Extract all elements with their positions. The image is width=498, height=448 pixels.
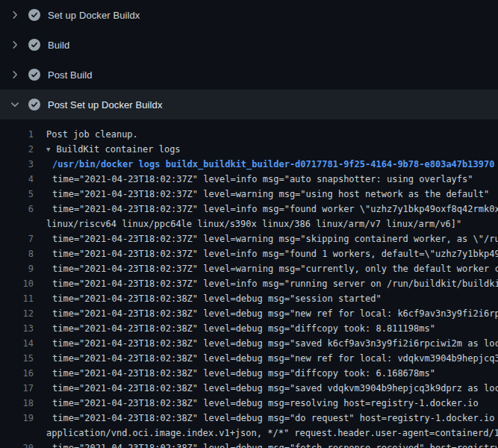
group-expanded-triangle-icon[interactable]: ▼ xyxy=(46,142,50,157)
log-command-text: /usr/bin/docker logs buildx_buildkit_bui… xyxy=(46,157,494,172)
log-line: 16time="2021-04-23T18:02:38Z" level=debu… xyxy=(0,366,498,381)
log-line-number[interactable]: 19 xyxy=(0,411,34,426)
log-line-text: ▼BuildKit container logs xyxy=(46,142,181,157)
group-label: BuildKit container logs xyxy=(56,144,180,155)
log-line-number[interactable]: 14 xyxy=(0,336,34,351)
log-line-text: time="2021-04-23T18:02:37Z" level=info m… xyxy=(46,172,473,187)
log-line: 3/usr/bin/docker logs buildx_buildkit_bu… xyxy=(0,157,498,172)
log-line: 14time="2021-04-23T18:02:38Z" level=debu… xyxy=(0,336,498,351)
log-line: 1Post job cleanup. xyxy=(0,127,498,142)
log-line-text: linux/riscv64 linux/ppc64le linux/s390x … xyxy=(46,217,461,231)
log-line-number[interactable]: 7 xyxy=(0,231,34,246)
log-line-number[interactable]: 5 xyxy=(0,187,34,202)
log-line-text: time="2021-04-23T18:02:38Z" level=debug … xyxy=(46,366,435,381)
log-line-number[interactable]: 1 xyxy=(0,127,34,142)
log-line: linux/riscv64 linux/ppc64le linux/s390x … xyxy=(0,217,498,231)
step-header-build[interactable]: Build xyxy=(0,30,498,60)
chevron-right-icon xyxy=(9,39,21,51)
log-line-text: time="2021-04-23T18:02:38Z" level=debug … xyxy=(46,306,498,321)
chevron-down-icon xyxy=(9,99,21,111)
log-line-text: time="2021-04-23T18:02:38Z" level=debug … xyxy=(46,321,435,336)
log-line: 19time="2021-04-23T18:02:38Z" level=debu… xyxy=(0,411,498,426)
step-label: Post Build xyxy=(48,69,93,81)
step-header-setup-docker-buildx[interactable]: Set up Docker Buildx xyxy=(0,0,498,30)
actions-log-viewer: Set up Docker Buildx Build Post Build xyxy=(0,0,498,448)
log-line: 15time="2021-04-23T18:02:38Z" level=debu… xyxy=(0,351,498,366)
log-line: 20time="2021-04-23T18:02:38Z" level=debu… xyxy=(0,441,498,448)
log-line: 7time="2021-04-23T18:02:37Z" level=warni… xyxy=(0,231,498,246)
log-line: 6time="2021-04-23T18:02:37Z" level=info … xyxy=(0,202,498,217)
log-line: 12time="2021-04-23T18:02:38Z" level=debu… xyxy=(0,306,498,321)
log-line-text: time="2021-04-23T18:02:37Z" level=warnin… xyxy=(46,231,498,246)
log-line: 4time="2021-04-23T18:02:37Z" level=info … xyxy=(0,172,498,187)
log-line-number[interactable]: 9 xyxy=(0,261,34,276)
log-line-number[interactable]: 13 xyxy=(0,321,34,336)
check-circle-icon xyxy=(28,9,40,21)
log-line-number[interactable]: 10 xyxy=(0,276,34,291)
step-list: Set up Docker Buildx Build Post Build xyxy=(0,0,498,119)
check-circle-icon xyxy=(28,39,40,51)
log-line-text: time="2021-04-23T18:02:37Z" level=info m… xyxy=(46,276,498,291)
log-line: 8time="2021-04-23T18:02:37Z" level=info … xyxy=(0,246,498,261)
log-line-number xyxy=(0,426,34,441)
log-line-text: application/vnd.oci.image.index.v1+json,… xyxy=(46,426,498,441)
log-line-number[interactable]: 16 xyxy=(0,366,34,381)
log-line-number[interactable]: 2 xyxy=(0,142,34,157)
log-line-number[interactable]: 3 xyxy=(0,157,34,172)
log-line-text: time="2021-04-23T18:02:38Z" level=debug … xyxy=(46,411,498,426)
log-line: 13time="2021-04-23T18:02:38Z" level=debu… xyxy=(0,321,498,336)
log-line-number xyxy=(0,217,34,231)
log-line-text: time="2021-04-23T18:02:38Z" level=debug … xyxy=(46,336,498,351)
log-line-text: time="2021-04-23T18:02:37Z" level=info m… xyxy=(46,246,498,261)
log-line-number[interactable]: 17 xyxy=(0,381,34,396)
log-line-text: time="2021-04-23T18:02:38Z" level=debug … xyxy=(46,441,498,448)
log-line-number[interactable]: 11 xyxy=(0,291,34,306)
log-line: application/vnd.oci.image.index.v1+json,… xyxy=(0,426,498,441)
log-line-text: time="2021-04-23T18:02:37Z" level=warnin… xyxy=(46,187,489,202)
log-line-text: time="2021-04-23T18:02:37Z" level=warnin… xyxy=(46,261,498,276)
log-line: 11time="2021-04-23T18:02:38Z" level=debu… xyxy=(0,291,498,306)
log-line-number[interactable]: 15 xyxy=(0,351,34,366)
check-circle-icon xyxy=(28,69,40,81)
log-line-number[interactable]: 6 xyxy=(0,202,34,217)
chevron-right-icon xyxy=(9,69,21,81)
log-line: 9time="2021-04-23T18:02:37Z" level=warni… xyxy=(0,261,498,276)
log-line-text: time="2021-04-23T18:02:38Z" level=debug … xyxy=(46,291,382,306)
log-line-text: time="2021-04-23T18:02:38Z" level=debug … xyxy=(46,351,498,366)
log-line: 17time="2021-04-23T18:02:38Z" level=debu… xyxy=(0,381,498,396)
log-line-number[interactable]: 20 xyxy=(0,441,34,448)
log-line-number[interactable]: 4 xyxy=(0,172,34,187)
log-line-number[interactable]: 12 xyxy=(0,306,34,321)
step-label: Post Set up Docker Buildx xyxy=(48,99,163,111)
chevron-right-icon xyxy=(9,9,21,21)
log-line-number[interactable]: 18 xyxy=(0,396,34,411)
log-output: 1Post job cleanup.2▼BuildKit container l… xyxy=(0,119,498,448)
log-line-text: time="2021-04-23T18:02:38Z" level=debug … xyxy=(46,396,479,411)
log-line-text: time="2021-04-23T18:02:37Z" level=info m… xyxy=(46,202,498,217)
step-header-post-setup-docker-buildx[interactable]: Post Set up Docker Buildx xyxy=(0,90,498,119)
step-header-post-build[interactable]: Post Build xyxy=(0,60,498,90)
check-circle-icon xyxy=(28,99,40,111)
log-line: 5time="2021-04-23T18:02:37Z" level=warni… xyxy=(0,187,498,202)
log-line-text: Post job cleanup. xyxy=(46,127,138,142)
log-line-number[interactable]: 8 xyxy=(0,246,34,261)
log-group-line[interactable]: 2▼BuildKit container logs xyxy=(0,142,498,157)
step-label: Set up Docker Buildx xyxy=(48,10,140,21)
log-line: 18time="2021-04-23T18:02:38Z" level=debu… xyxy=(0,396,498,411)
log-line: 10time="2021-04-23T18:02:37Z" level=info… xyxy=(0,276,498,291)
step-label: Build xyxy=(48,40,69,51)
log-line-text: time="2021-04-23T18:02:38Z" level=debug … xyxy=(46,381,498,396)
